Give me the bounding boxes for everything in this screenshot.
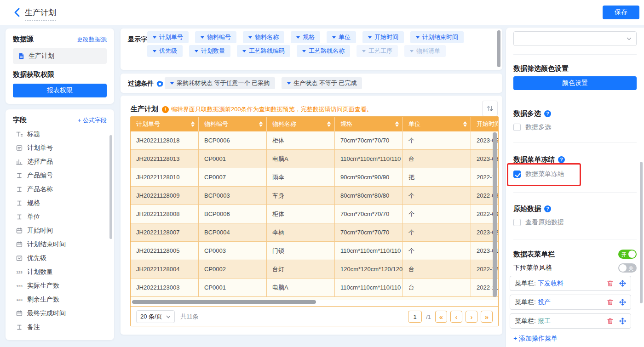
fields-scrollbar[interactable] (109, 135, 112, 239)
display-field-chip[interactable]: 工艺工序 (356, 45, 398, 57)
field-item[interactable]: 规格 (13, 196, 107, 210)
color-settings-button[interactable]: 颜色设置 (513, 76, 637, 90)
horizontal-scrollbar[interactable] (132, 300, 316, 304)
table-cell: 台 (403, 260, 471, 279)
current-page-input[interactable]: 1 (408, 311, 422, 323)
display-field-chip[interactable]: 计划结束时间 (410, 31, 464, 43)
trash-icon[interactable] (607, 299, 614, 306)
sort-order-button[interactable] (482, 101, 498, 116)
display-field-chip[interactable]: 开始时间 (362, 31, 404, 43)
report-permission-button[interactable]: 报表权限 (13, 84, 107, 97)
menubar-heading-row: 数据表菜单栏 开 (513, 250, 637, 259)
table-row[interactable]: JH20221128004CP0002台灯120cm*120cm*120/120… (131, 260, 498, 279)
field-item[interactable]: 产品编号 (13, 169, 107, 182)
move-icon[interactable] (619, 318, 626, 324)
table-row[interactable]: JH20221123003CP0001电脑A110cm*110cm*110/11… (131, 279, 498, 297)
display-field-chip[interactable]: 计划单号 (147, 31, 189, 43)
back-icon[interactable] (13, 7, 22, 17)
dropdown-style-toggle-off[interactable]: 关 (618, 263, 637, 273)
formula-field-link[interactable]: + 公式字段 (78, 116, 107, 125)
field-item[interactable]: 计划单号 (13, 141, 107, 155)
display-field-chip[interactable]: 物料名称 (243, 31, 284, 43)
display-field-chip[interactable]: 工艺路线名称 (297, 45, 350, 57)
last-page-button[interactable]: » (481, 311, 493, 323)
help-icon[interactable]: ? (544, 205, 551, 212)
help-icon[interactable]: ? (558, 156, 565, 163)
settings-panel: 数据筛选颜色设置 颜色设置 数据多选? 数据多选 数据菜单冻结? 数据菜单冻结 … (506, 28, 644, 347)
display-field-chip[interactable]: 工艺路线编码 (237, 45, 290, 57)
menu-freeze-checkbox[interactable] (513, 171, 521, 178)
prev-page-button[interactable]: ‹ (450, 311, 462, 323)
field-item[interactable]: 计划结束时间 (13, 238, 107, 251)
table-cell: 把 (403, 168, 471, 187)
menubar-toggle-on[interactable]: 开 (618, 250, 637, 259)
table-row[interactable]: JH20221128007BCP0004伞柄70cm*70cm*70/70个20… (131, 223, 498, 242)
field-item[interactable]: 开始时间 (13, 224, 107, 238)
table-row[interactable]: JH20221128005CP0003门锁110cm*110cm*110/110… (131, 242, 498, 260)
display-fields-scrollbar[interactable] (497, 30, 500, 67)
column-header[interactable]: 开始时间 (471, 117, 498, 131)
first-page-button[interactable]: « (435, 311, 447, 323)
chip-label: 生产状态 不等于 已完成 (293, 79, 356, 87)
trash-icon[interactable] (607, 318, 614, 324)
text-icon (16, 186, 23, 193)
display-field-chip[interactable]: 计划数量 (189, 45, 230, 57)
move-icon[interactable] (619, 280, 626, 287)
column-header[interactable]: 计划单号 (131, 117, 199, 131)
table-row[interactable]: JH20221128013CP0001电脑A110cm*110cm*110/11… (131, 150, 498, 168)
field-item[interactable]: 123剩余生产数 (13, 293, 107, 307)
field-item[interactable]: 产品名称 (13, 182, 107, 196)
column-header-label: 开始时间 (477, 120, 498, 128)
multi-select-checkbox[interactable] (513, 124, 521, 131)
move-icon[interactable] (619, 299, 626, 306)
chip-label: 物料名称 (255, 33, 279, 41)
display-field-chip[interactable]: 物料清单 (404, 45, 446, 57)
trash-icon[interactable] (607, 280, 614, 287)
table-row[interactable]: JH20221128010CP0007雨伞90cm*90cm*90/90把202… (131, 168, 498, 187)
field-item[interactable]: 最终完成时间 (13, 307, 107, 320)
filter-condition-chip[interactable]: 生产状态 不等于 已完成 (282, 77, 362, 89)
dropdown-style-row: 下拉菜单风格 关 (513, 263, 637, 273)
display-field-chip[interactable]: 优先级 (147, 45, 183, 57)
menubar-item[interactable]: 菜单栏: 投产 (510, 295, 631, 310)
field-item[interactable]: 标题 (13, 127, 107, 141)
save-button[interactable]: 保存 (603, 6, 639, 19)
raw-data-checkbox[interactable] (513, 219, 521, 226)
column-header[interactable]: 单位 (403, 117, 471, 131)
field-item[interactable]: 123计划数量 (13, 265, 107, 279)
column-header[interactable]: 规格 (335, 117, 403, 131)
change-datasource-link[interactable]: 更改数据源 (77, 35, 107, 44)
filter-color-heading: 数据筛选颜色设置 (513, 64, 637, 73)
page-size-select[interactable]: 20 条/页 (136, 310, 175, 323)
document-icon (17, 53, 25, 60)
field-item-label: 剩余生产数 (27, 296, 59, 304)
next-page-button[interactable]: › (466, 311, 477, 323)
vertical-scrollbar[interactable] (493, 132, 497, 297)
field-item[interactable]: 单位 (13, 210, 107, 224)
column-header[interactable]: 物料编号 (199, 117, 267, 131)
table-row[interactable]: JH20221128008BCP0006柜体70cm*70cm*70/70个20… (131, 205, 498, 223)
menubar-item[interactable]: 菜单栏: 报工 (510, 313, 631, 329)
table-row[interactable]: JH20221128009BCP0003车身80cm*80cm*80/80个20… (131, 187, 498, 205)
field-item[interactable]: 备注 (13, 320, 107, 334)
panel-select[interactable] (513, 31, 637, 46)
table-cell: 门锁 (267, 242, 335, 260)
panel-scrollbar[interactable] (640, 162, 643, 303)
table-row[interactable]: JH20221128018BCP0006柜体70cm*70cm*70/70个20… (131, 131, 498, 150)
column-header[interactable]: 物料名称 (267, 117, 335, 131)
filter-condition-chip[interactable]: 采购耗材状态 等于任意一个 已采购 (165, 77, 275, 89)
caret-down-icon (195, 50, 198, 52)
gear-icon[interactable] (156, 80, 163, 87)
field-item[interactable]: 123实际生产数 (13, 279, 107, 293)
filter-label: 过滤条件 (128, 80, 163, 88)
field-item[interactable]: 优先级 (13, 251, 107, 265)
display-field-chip[interactable]: 物料编号 (195, 31, 236, 43)
datasource-item[interactable]: 生产计划 (13, 48, 107, 64)
add-action-menu-link[interactable]: + 添加操作菜单 (513, 335, 637, 343)
help-icon[interactable]: ? (544, 110, 551, 117)
display-field-chip[interactable]: 规格 (291, 31, 320, 43)
field-item[interactable]: 选择产品 (13, 155, 107, 169)
menubar-item[interactable]: 菜单栏: 下发收料 (510, 276, 631, 291)
raw-data-row: 查看原始数据 (513, 218, 637, 227)
display-field-chip[interactable]: 单位 (327, 31, 356, 43)
